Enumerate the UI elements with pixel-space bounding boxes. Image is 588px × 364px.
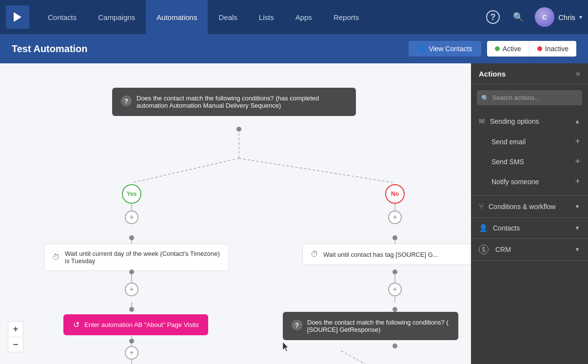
contacts-icon: 👤 [479, 224, 488, 232]
nav-right: ? 🔍 C Chris ▾ [484, 7, 582, 27]
conditions-icon: ⑂ [479, 202, 484, 211]
branch-no: No [385, 184, 405, 204]
section-contacts: 👤 Contacts ▼ [471, 218, 588, 239]
person-icon: 👤 [417, 45, 426, 53]
section-conditions-chevron: ▼ [574, 203, 580, 210]
inactive-dot [537, 46, 542, 51]
active-dot [495, 46, 500, 51]
section-conditions-label: Conditions & workflow [489, 203, 556, 211]
condition-node-1[interactable]: ? Does the contact match the following c… [112, 88, 356, 116]
add-button-left-2[interactable]: + [125, 283, 138, 296]
section-crm-left: $ CRM [479, 245, 511, 254]
section-sending-body: Send email + Send SMS + Notify someone + [471, 132, 588, 195]
send-sms-plus: + [575, 156, 580, 167]
enter-automation-node[interactable]: ↺ Enter automation AB "About" Page Visit… [63, 314, 208, 335]
nav-reports[interactable]: Reports [323, 0, 370, 34]
logo[interactable] [6, 5, 29, 29]
connector-dot-top [236, 127, 241, 132]
notify-someone-plus: + [575, 176, 580, 187]
inactive-button[interactable]: Inactive [529, 41, 576, 57]
view-contacts-button[interactable]: 👤 View Contacts [409, 41, 481, 57]
panel-header: Actions » [471, 63, 588, 84]
svg-line-3 [239, 158, 395, 183]
refresh-icon: ↺ [73, 320, 79, 329]
subheader: Test Automation 👤 View Contacts Active I… [0, 34, 588, 63]
email-icon: ✉ [479, 117, 485, 126]
section-contacts-label: Contacts [493, 224, 520, 232]
section-contacts-header[interactable]: 👤 Contacts ▼ [471, 218, 588, 238]
notify-someone-item[interactable]: Notify someone + [471, 172, 588, 192]
search-icon: 🔍 [513, 12, 524, 22]
section-conditions: ⑂ Conditions & workflow ▼ [471, 196, 588, 218]
clock-icon-right: ⏱ [311, 250, 318, 259]
nav-campaigns[interactable]: Campaigns [87, 0, 146, 34]
add-button-right-2[interactable]: + [388, 283, 402, 296]
branch-yes: Yes [122, 184, 141, 204]
svg-line-2 [132, 158, 239, 183]
user-chevron-icon: ▾ [579, 14, 582, 20]
dot-right-3 [392, 307, 397, 312]
section-conditions-header[interactable]: ⑂ Conditions & workflow ▼ [471, 196, 588, 217]
send-email-plus: + [575, 136, 580, 147]
branch-svg [288, 346, 434, 364]
nav-deals[interactable]: Deals [208, 0, 248, 34]
section-sending-label: Sending options [490, 117, 539, 125]
wait-node-right[interactable]: ⏱ Wait until contact has tag [SOURCE] G.… [302, 244, 471, 265]
wait-node-left[interactable]: ⏱ Wait until current day of the week (Co… [44, 244, 229, 271]
section-contacts-chevron: ▼ [574, 225, 580, 231]
dot-left-3 [129, 307, 134, 312]
add-button-left-1[interactable]: + [125, 211, 138, 224]
help-button[interactable]: ? [484, 8, 502, 26]
mouse-cursor [283, 342, 290, 352]
search-actions-icon: 🔍 [481, 94, 489, 101]
search-actions-box: 🔍 [477, 90, 582, 105]
nav-apps[interactable]: Apps [285, 0, 323, 34]
status-toggle: Active Inactive [487, 41, 576, 57]
search-actions-input[interactable] [477, 90, 582, 105]
clock-icon-left: ⏱ [52, 253, 60, 262]
nav-lists[interactable]: Lists [248, 0, 285, 34]
avatar: C [535, 7, 554, 27]
user-menu[interactable]: C Chris ▾ [535, 7, 582, 27]
nav-contacts[interactable]: Contacts [37, 0, 87, 34]
dot-left-2 [129, 269, 134, 274]
dot-right-1 [392, 235, 397, 240]
section-sending-chevron: ▲ [574, 118, 580, 125]
dot-right-4 [392, 344, 397, 348]
panel-title: Actions [479, 70, 506, 78]
section-crm-chevron: ▼ [574, 246, 580, 253]
page-title: Test Automation [12, 43, 403, 55]
user-name: Chris [558, 13, 575, 21]
svg-marker-0 [14, 12, 21, 22]
section-conditions-left: ⑂ Conditions & workflow [479, 202, 556, 211]
dot-left-4 [129, 339, 134, 344]
zoom-controls: + − [8, 321, 23, 352]
section-sending: ✉ Sending options ▲ Send email + Send SM… [471, 111, 588, 196]
actions-panel: Actions » 🔍 ✉ Sending options ▲ Send ema… [471, 63, 588, 364]
dot-left-1 [129, 235, 134, 240]
send-sms-item[interactable]: Send SMS + [471, 152, 588, 172]
nav-items: Contacts Campaigns Automations Deals Lis… [37, 0, 484, 34]
dot-right-2 [392, 269, 397, 274]
condition-node-2[interactable]: ? Does the contact match the following c… [283, 312, 458, 340]
crm-icon: $ [479, 245, 489, 254]
zoom-out-button[interactable]: − [8, 337, 23, 352]
section-sending-header[interactable]: ✉ Sending options ▲ [471, 111, 588, 132]
panel-collapse-button[interactable]: » [576, 69, 580, 78]
help-icon: ? [486, 10, 500, 24]
send-email-item[interactable]: Send email + [471, 132, 588, 152]
question-icon-1: ? [121, 96, 132, 106]
add-button-right-1[interactable]: + [388, 211, 402, 224]
section-contacts-left: 👤 Contacts [479, 224, 520, 232]
automation-canvas[interactable]: ? Does the contact match the following c… [0, 63, 471, 364]
question-icon-2: ? [292, 320, 302, 330]
main-layout: ? Does the contact match the following c… [0, 63, 588, 364]
section-sending-left: ✉ Sending options [479, 117, 539, 126]
search-button[interactable]: 🔍 [510, 8, 527, 26]
active-button[interactable]: Active [487, 41, 529, 57]
zoom-in-button[interactable]: + [8, 321, 23, 337]
section-crm: $ CRM ▼ [471, 239, 588, 261]
nav-automations[interactable]: Automations [146, 0, 208, 34]
add-button-left-3[interactable]: + [125, 346, 138, 360]
section-crm-header[interactable]: $ CRM ▼ [471, 239, 588, 260]
